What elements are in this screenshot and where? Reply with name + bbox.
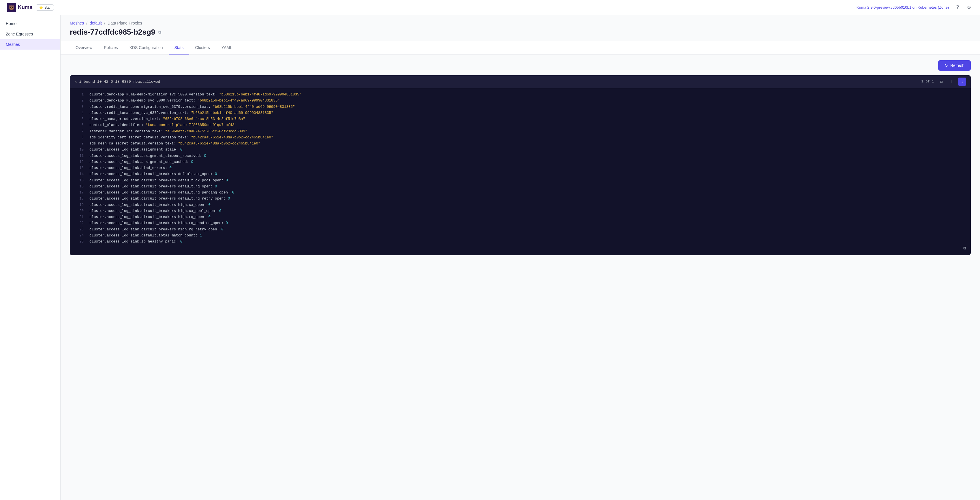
sidebar-item-meshes-label: Meshes [6, 42, 20, 47]
line-number: 22 [75, 220, 84, 226]
sidebar-item-meshes[interactable]: Meshes [0, 39, 60, 49]
sidebar-item-home-label: Home [6, 21, 16, 26]
line-number: 3 [75, 104, 84, 110]
tabs-bar: Overview Policies XDS Configuration Stat… [60, 41, 980, 54]
line-number: 10 [75, 147, 84, 153]
code-panel-title: inbound_10_42_0_13_6379.rbac.allowed [79, 79, 160, 84]
line-value: 0 [170, 166, 172, 170]
line-value: 0 [180, 148, 183, 152]
sidebar-item-home[interactable]: Home [0, 19, 60, 29]
version-text: Kuma 2.9.0-preview.vd05b010b1 [857, 5, 912, 10]
table-row: 14cluster.access_log_sink.circuit_breake… [70, 171, 971, 177]
line-number: 24 [75, 233, 84, 239]
main-content: Meshes / default / Data Plane Proxies re… [60, 15, 980, 500]
tab-policies[interactable]: Policies [98, 41, 123, 54]
line-value: 0 [226, 221, 228, 225]
platform-on: on [913, 5, 916, 10]
github-icon: ⭐ [39, 5, 43, 10]
line-number: 16 [75, 184, 84, 190]
table-row: 19cluster.access_log_sink.circuit_breake… [70, 202, 971, 208]
table-row: 6control_plane.identifier: "kuma-control… [70, 122, 971, 128]
line-value: "kuma-control-plane-7f866859dd-9lqw7-cf4… [146, 123, 237, 127]
table-row: 21cluster.access_log_sink.circuit_breake… [70, 214, 971, 220]
table-row: 15cluster.access_log_sink.circuit_breake… [70, 178, 971, 184]
tabs-container: Overview Policies XDS Configuration Stat… [60, 41, 980, 54]
line-value: 0 [204, 154, 207, 158]
copy-block-icon[interactable]: ⧉ [963, 246, 966, 251]
table-row: 18cluster.access_log_sink.circuit_breake… [70, 196, 971, 202]
line-text: cluster.access_log_sink.lb_healthy_panic… [89, 239, 183, 245]
tab-yaml[interactable]: YAML [216, 41, 238, 54]
copy-title-icon[interactable]: ⧉ [158, 30, 161, 35]
line-number: 6 [75, 122, 84, 128]
line-value: "b68b215b-beb1-4f40-ad69-999904831835" [197, 98, 280, 103]
line-text: cluster.demo-app_kuma-demo-migration_svc… [89, 92, 301, 98]
breadcrumb-default[interactable]: default [90, 21, 102, 25]
line-number: 7 [75, 129, 84, 135]
table-row: 10cluster.access_log_sink.assignment_sta… [70, 147, 971, 153]
table-row: 3cluster.redis_kuma-demo-migration_svc_6… [70, 104, 971, 110]
logo-text: Kuma [18, 4, 32, 10]
table-row: 16cluster.access_log_sink.circuit_breake… [70, 184, 971, 190]
topnav: 🐻 Kuma ⭐ Star Kuma 2.9.0-preview.vd05b01… [0, 0, 980, 15]
line-text: cluster.access_log_sink.circuit_breakers… [89, 178, 228, 184]
code-close-icon[interactable]: ✕ [75, 79, 77, 84]
sidebar-item-zone-egresses[interactable]: Zone Egresses [0, 29, 60, 39]
breadcrumb: Meshes / default / Data Plane Proxies [60, 15, 980, 25]
scroll-up-icon[interactable]: ↑ [948, 78, 956, 86]
line-number: 19 [75, 202, 84, 208]
line-text: cluster.access_log_sink.default.total_ma… [89, 233, 202, 239]
table-row: 24cluster.access_log_sink.default.total_… [70, 233, 971, 239]
line-value: 0 [208, 215, 211, 219]
line-number: 11 [75, 153, 84, 159]
version-info: Kuma 2.9.0-preview.vd05b010b1 on Kuberne… [857, 5, 949, 10]
line-value: "b68b215b-beb1-4f40-ad69-999904831835" [219, 92, 301, 97]
line-number: 23 [75, 227, 84, 233]
line-number: 13 [75, 165, 84, 171]
topnav-left: 🐻 Kuma ⭐ Star [7, 3, 54, 12]
line-text: cluster.demo-app_kuma-demo_svc_5000.vers… [89, 98, 280, 104]
line-text: cluster.access_log_sink.bind_errors: 0 [89, 165, 172, 171]
tab-stats-label: Stats [175, 45, 184, 50]
help-icon[interactable]: ? [953, 3, 961, 11]
table-row: 1cluster.demo-app_kuma-demo-migration_sv… [70, 92, 971, 98]
line-text: cluster_manager.cds.version_text: "6524b… [89, 116, 245, 122]
line-number: 21 [75, 214, 84, 220]
breadcrumb-meshes[interactable]: Meshes [70, 21, 84, 25]
breadcrumb-sep-2: / [104, 21, 105, 25]
line-value: 0 [191, 160, 194, 164]
line-value: 0 [215, 172, 217, 176]
tab-xds-configuration[interactable]: XDS Configuration [124, 41, 169, 54]
line-text: cluster.access_log_sink.circuit_breakers… [89, 208, 221, 214]
line-value: 1 [200, 233, 202, 238]
line-value: 0 [208, 203, 211, 207]
line-text: cluster.access_log_sink.circuit_breakers… [89, 202, 210, 208]
code-header: ✕ inbound_10_42_0_13_6379.rbac.allowed 1… [70, 75, 971, 88]
github-star-button[interactable]: ⭐ Star [36, 4, 54, 11]
line-text: cluster.access_log_sink.circuit_breakers… [89, 196, 230, 202]
line-number: 17 [75, 190, 84, 196]
line-value: "a696beff-cda0-4755-85cc-0df23cdc5399" [165, 130, 247, 133]
scroll-down-icon[interactable]: ↓ [958, 78, 966, 86]
line-text: cluster.redis_kuma-demo-migration_svc_63… [89, 104, 295, 110]
tab-clusters[interactable]: Clusters [189, 41, 215, 54]
code-header-right: 1 of 1 ⊟ ↑ ↓ [921, 78, 966, 86]
tab-clusters-label: Clusters [195, 45, 210, 50]
topnav-icons: ? ⚙ [953, 3, 973, 11]
settings-icon[interactable]: ⚙ [965, 3, 973, 11]
code-panel: ✕ inbound_10_42_0_13_6379.rbac.allowed 1… [70, 75, 971, 255]
line-text: listener_manager.lds.version_text: "a696… [89, 129, 247, 135]
code-header-left: ✕ inbound_10_42_0_13_6379.rbac.allowed [75, 79, 160, 84]
filter-icon[interactable]: ⊟ [937, 78, 945, 86]
refresh-button[interactable]: ↻ Refresh [938, 60, 971, 71]
line-number: 8 [75, 135, 84, 141]
sidebar: Home Zone Egresses Meshes [0, 15, 60, 500]
tab-overview[interactable]: Overview [70, 41, 98, 54]
line-number: 9 [75, 141, 84, 147]
tab-stats[interactable]: Stats [169, 41, 189, 54]
line-text: sds.identity_cert_secret_default.version… [89, 135, 274, 141]
line-text: cluster.access_log_sink.assignment_timeo… [89, 153, 206, 159]
line-text: cluster.access_log_sink.circuit_breakers… [89, 227, 224, 233]
line-value: 0 [215, 184, 217, 189]
table-row: 13cluster.access_log_sink.bind_errors: 0 [70, 165, 971, 171]
